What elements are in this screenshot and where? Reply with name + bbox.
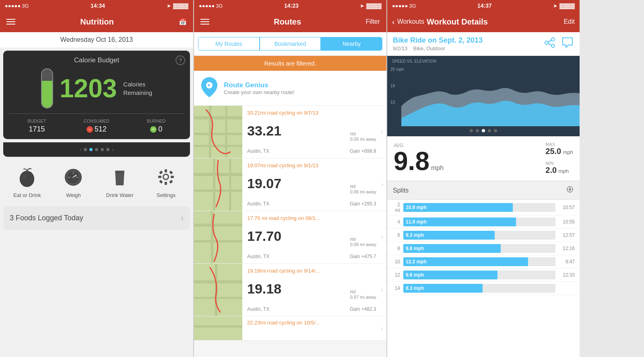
splits-settings-icon[interactable] — [566, 185, 574, 195]
route-map-5 — [194, 316, 242, 341]
chart-dot-1[interactable] — [470, 129, 473, 132]
route-dist-3: 17.70 — [247, 228, 281, 244]
chart-carousel-dots — [387, 129, 580, 132]
workout-action-icons — [544, 36, 574, 51]
avg-speed: AVG 9.8 mph — [394, 143, 545, 174]
nutrition-panel: ●●●●● 3G 14:34 ➤ ▓▓▓▓ Nutrition 📅 Wednes… — [0, 0, 193, 357]
chart-dot-4[interactable] — [488, 129, 491, 132]
scale-icon — [62, 165, 86, 189]
time-3: 14:37 — [477, 2, 492, 9]
workout-meta: Bike Ride on Sept. 2, 2013 9/2/13 Bike, … — [387, 32, 580, 56]
split-mile-2: 4 — [392, 219, 400, 225]
cup-icon — [108, 165, 132, 189]
dot-2[interactable] — [89, 148, 93, 151]
edit-button[interactable]: Edit — [564, 18, 575, 25]
route-item-1[interactable]: 33.21mi road cycling on 9/7/13 33.21 mi … — [194, 106, 386, 158]
svg-rect-16 — [171, 176, 174, 178]
speed-stats: AVG 9.8 mph MAX 25.0 mph MIN 2.0 mph — [387, 136, 580, 181]
budget-value: 1715 — [28, 125, 46, 133]
route-item-2[interactable]: 19.07mi road cycling on 9/1/13 19.07 mi … — [194, 158, 386, 211]
status-time: 14:34 — [91, 2, 105, 9]
help-button[interactable]: ? — [175, 55, 185, 65]
svg-rect-50 — [570, 186, 570, 187]
workout-details-title: Workout Details — [427, 17, 561, 27]
eat-drink-button[interactable]: Eat or Drink — [9, 165, 45, 198]
settings-label: Settings — [157, 192, 175, 198]
calorie-remaining-label: CaloriesRemaining — [123, 80, 152, 97]
back-button[interactable]: ‹ — [392, 17, 395, 27]
calendar-icon[interactable]: 📅 — [179, 18, 187, 26]
dot-4[interactable] — [101, 148, 104, 151]
route-dist-1: 33.21 — [247, 123, 281, 139]
tab-bookmarked[interactable]: Bookmarked — [260, 37, 321, 51]
filter-button[interactable]: Filter — [365, 18, 380, 25]
split-speed-7: 8.3 mph — [406, 285, 424, 291]
time-2: 14:23 — [284, 2, 299, 9]
split-mile-4: 8 — [392, 246, 400, 251]
status-bar-2: ●●●●● 3G 14:23 ➤ ▓▓▓▓ — [194, 0, 386, 11]
battery-icon-2: ▓▓▓▓ — [366, 3, 382, 9]
split-bar-container-3: 9.3 mph — [403, 231, 555, 240]
route-dist-row-4: 19.18 mi 0.07 mi away — [247, 281, 376, 300]
weigh-button[interactable]: Weigh — [56, 165, 92, 198]
chart-dot-5[interactable] — [494, 129, 497, 132]
carousel-prev[interactable]: ‹ — [79, 146, 81, 153]
ride-title: Bike Ride on Sept. 2, 2013 — [393, 36, 483, 45]
route-item-3[interactable]: 17.70 mi road cycling on 08/1... 17.70 m… — [194, 211, 386, 264]
route-meta-2: Austin, TX Gain +295.3 — [247, 201, 376, 207]
chart-dot-2[interactable] — [476, 129, 479, 132]
drink-water-button[interactable]: Drink Water — [102, 165, 138, 198]
routes-menu-button[interactable] — [200, 19, 209, 25]
min-unit: mph — [559, 168, 569, 174]
split-row-1: 2 mi 10.9 mph 10:57 — [387, 200, 580, 215]
budget-title: Calorie Budget — [9, 56, 184, 64]
dot-3[interactable] — [95, 148, 98, 151]
tab-nearby[interactable]: Nearby — [321, 37, 382, 51]
routes-panel: ●●●●● 3G 14:23 ➤ ▓▓▓▓ Routes Filter My R… — [193, 0, 386, 357]
avg-unit: mph — [431, 164, 444, 172]
plus-icon: + — [150, 126, 157, 133]
dot-5[interactable] — [106, 148, 109, 151]
route-away-4: mi 0.07 mi away — [350, 289, 376, 300]
signal-area: ●●●●● 3G — [5, 3, 29, 9]
tab-my-routes[interactable]: My Routes — [198, 37, 260, 51]
settings-button[interactable]: Settings — [148, 165, 184, 198]
svg-rect-14 — [165, 182, 167, 185]
split-row-6: 12 9.6 mph 12:33 — [387, 269, 580, 282]
chart-dot-3[interactable] — [482, 129, 485, 132]
burned-value: + 0 — [147, 125, 165, 133]
right-status-3: ➤ ▓▓▓▓ — [553, 3, 575, 9]
dot-1[interactable] — [84, 148, 87, 151]
svg-point-1 — [20, 171, 34, 187]
split-bar-4: 9.8 mph — [403, 244, 501, 253]
split-bar-container-5: 12.2 mph — [403, 257, 555, 266]
route-dist-2: 19.07 — [247, 176, 281, 191]
burned-stat: BURNED + 0 — [147, 119, 165, 133]
svg-point-48 — [569, 188, 571, 191]
calorie-stats: BUDGET 1715 CONSUMED − 512 BURNED + 0 — [9, 113, 184, 133]
share-icon[interactable] — [544, 37, 555, 51]
y-label-25: 25 mph — [390, 67, 404, 72]
route-item-5[interactable]: 22.23mi road cycling on 10/5/... › — [194, 316, 386, 341]
route-genius-card[interactable]: Route Genius Create your own nearby rout… — [194, 71, 386, 106]
menu-button[interactable] — [6, 19, 15, 25]
status-bar-3: ●●●●● 3G 14:37 ➤ ▓▓▓▓ — [387, 0, 580, 11]
route-item-4[interactable]: 19.18mi road cycling on 9/14/... 19.18 m… — [194, 264, 386, 316]
drink-water-label: Drink Water — [106, 192, 133, 198]
splits-label: Splits — [393, 187, 409, 194]
foods-logged-button[interactable]: 3 Foods Logged Today › — [3, 206, 190, 230]
nutrition-header: Nutrition 📅 — [0, 11, 193, 32]
carousel-next[interactable]: › — [112, 146, 114, 153]
route-title-2: 19.07mi road cycling on 9/1/13 — [247, 162, 376, 168]
nutrition-title: Nutrition — [80, 17, 114, 27]
split-bar-1: 10.9 mph — [403, 203, 513, 212]
route-map-4 — [194, 264, 242, 316]
split-bar-container-2: 11.0 mph — [403, 217, 555, 226]
date-text: Wednesday Oct 16, 2013 — [60, 36, 133, 43]
route-meta-1: Austin, TX Gain +698.8 — [247, 148, 376, 154]
split-speed-4: 9.8 mph — [406, 246, 424, 251]
split-time-2: 10:55 — [559, 219, 575, 225]
comment-icon[interactable] — [561, 36, 574, 51]
svg-rect-51 — [570, 191, 570, 193]
calorie-number: 1203 — [60, 76, 117, 101]
